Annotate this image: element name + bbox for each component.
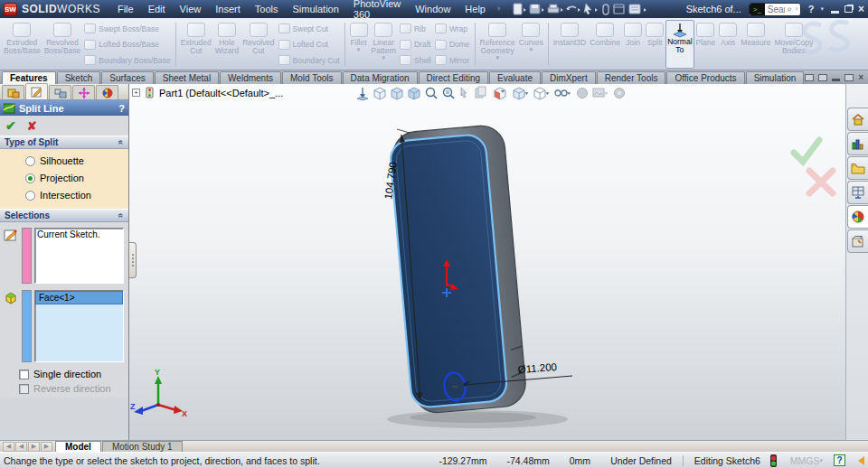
- menu-item-view[interactable]: View: [174, 2, 208, 16]
- face-selection-listbox[interactable]: Face<1>: [34, 290, 124, 362]
- doc-minimize-button[interactable]: [832, 79, 840, 81]
- propertymanager-tab[interactable]: [25, 83, 48, 99]
- hole-wizard-button[interactable]: HoleWizard: [213, 20, 241, 69]
- pane-split2-icon[interactable]: [818, 74, 827, 81]
- last-study-button[interactable]: ▶: [41, 442, 52, 452]
- collapse-chevron-icon[interactable]: «: [117, 140, 127, 145]
- reference-geometry-dropdown-icon[interactable]: ▾: [495, 55, 499, 61]
- view-cube3-icon[interactable]: [409, 88, 420, 99]
- design-library-tab[interactable]: [847, 132, 868, 155]
- tab-features[interactable]: Features: [2, 71, 56, 84]
- tab-direct-editing[interactable]: Direct Editing: [419, 71, 488, 84]
- rib-button[interactable]: Rib: [400, 23, 431, 34]
- tab-data-migration[interactable]: Data Migration: [343, 71, 418, 84]
- tab-sheet-metal[interactable]: Sheet Metal: [155, 71, 219, 84]
- menu-item-help[interactable]: Help: [458, 2, 492, 16]
- selections-group-header[interactable]: Selections «: [0, 209, 128, 222]
- search-dropdown-icon[interactable]: ▾: [795, 5, 798, 13]
- collapse-chevron-icon[interactable]: «: [117, 213, 127, 219]
- shell-button[interactable]: Shell: [400, 54, 431, 66]
- tab-evaluate[interactable]: Evaluate: [489, 71, 541, 84]
- tab-surfaces[interactable]: Surfaces: [101, 71, 153, 84]
- fillet-button[interactable]: Fillet▾: [348, 20, 370, 69]
- radio-projection[interactable]: Projection: [25, 173, 128, 183]
- pm-help-icon[interactable]: ?: [118, 103, 125, 114]
- traffic-light-icon[interactable]: [769, 454, 778, 467]
- plane-button[interactable]: Plane: [694, 20, 718, 69]
- dome-button[interactable]: Dome: [435, 39, 470, 51]
- pin-menu-icon[interactable]: [497, 4, 501, 14]
- radio-icon[interactable]: [25, 191, 35, 201]
- view-cube-icon[interactable]: [374, 88, 385, 99]
- single-direction-checkbox[interactable]: [19, 370, 29, 379]
- draft-button[interactable]: Draft: [400, 39, 431, 51]
- zoom-fit-icon[interactable]: [427, 89, 438, 99]
- close-button[interactable]: ×: [858, 3, 864, 15]
- curves-dropdown-icon[interactable]: ▾: [530, 47, 533, 52]
- unit-system-label[interactable]: MMGS: [790, 455, 820, 466]
- boundary-cut-button[interactable]: Boundary Cut: [278, 54, 340, 66]
- prev-study-button[interactable]: ◀: [15, 442, 27, 452]
- radio-selected-icon[interactable]: [25, 173, 35, 183]
- tab-sketch[interactable]: Sketch: [57, 71, 101, 84]
- collapse-taskpane-arrow-icon[interactable]: [858, 456, 864, 465]
- face-selection-value[interactable]: Face<1>: [35, 291, 123, 304]
- measure-button[interactable]: Measure: [739, 20, 772, 69]
- displaymanager-tab[interactable]: [96, 85, 118, 99]
- options-list-icon[interactable]: [629, 5, 646, 14]
- menu-item-insert[interactable]: Insert: [209, 2, 247, 16]
- phone-model[interactable]: [389, 124, 528, 415]
- confirm-ok-icon[interactable]: [794, 140, 819, 162]
- view-orientation-icon[interactable]: [514, 88, 528, 99]
- fillet-dropdown-icon[interactable]: ▾: [357, 47, 361, 52]
- lofted-cut-button[interactable]: Lofted Cut: [278, 39, 340, 51]
- search-icon[interactable]: ⌕: [788, 4, 795, 14]
- linear-pattern-button[interactable]: LinearPattern▾: [370, 20, 398, 69]
- radio-icon[interactable]: [25, 156, 35, 166]
- unit-system-dropdown-icon[interactable]: ▾: [819, 457, 823, 464]
- select-cursor-icon[interactable]: [584, 4, 598, 14]
- new-document-icon[interactable]: [514, 4, 526, 14]
- swept-cut-button[interactable]: Swept Cut: [278, 23, 340, 34]
- cancel-button[interactable]: ✘: [27, 119, 37, 133]
- revolved-cut-button[interactable]: RevolvedCut: [241, 20, 276, 69]
- confirm-cancel-icon[interactable]: [809, 171, 833, 193]
- menu-item-file[interactable]: File: [111, 2, 140, 16]
- next-study-button[interactable]: ▶: [28, 442, 40, 452]
- doc-close-button[interactable]: ×: [858, 72, 863, 82]
- search-input[interactable]: [765, 5, 788, 14]
- revolved-boss-base-button[interactable]: RevolvedBoss/Base: [42, 20, 83, 69]
- display-style-icon[interactable]: [534, 88, 549, 99]
- combine-button[interactable]: Combine: [588, 20, 622, 69]
- tree-expander-icon[interactable]: +: [132, 89, 140, 97]
- view-cube2-icon[interactable]: [392, 88, 402, 99]
- tab-weldments[interactable]: Weldments: [220, 71, 281, 84]
- tab-simulation[interactable]: Simulation: [746, 71, 805, 84]
- type-of-split-group-header[interactable]: Type of Split «: [0, 136, 128, 149]
- lofted-boss-base-button[interactable]: Lofted Boss/Base: [84, 39, 170, 51]
- radio-silhouette[interactable]: Silhouette: [25, 155, 128, 166]
- minimize-button[interactable]: [831, 11, 839, 14]
- feature-tree-flyout[interactable]: + Part1 (Default<<Default>_...: [132, 87, 283, 98]
- panel-collapse-handle[interactable]: [129, 242, 137, 278]
- sketch-selection-listbox[interactable]: Current Sketch.: [34, 228, 124, 284]
- menu-item-edit[interactable]: Edit: [142, 2, 172, 16]
- menu-item-simulation[interactable]: Simulation: [286, 2, 344, 16]
- clip-icon[interactable]: [603, 5, 609, 14]
- tab-mold-tools[interactable]: Mold Tools: [282, 71, 342, 84]
- extruded-boss-base-button[interactable]: ExtrudedBoss/Base: [2, 20, 42, 69]
- help-button[interactable]: ?: [808, 4, 815, 14]
- save-icon[interactable]: [530, 5, 544, 14]
- tab-render-tools[interactable]: Render Tools: [597, 71, 666, 84]
- sketch-selection-value[interactable]: Current Sketch.: [37, 229, 99, 239]
- section-view-icon[interactable]: [495, 88, 505, 99]
- zoom-to-fit-arrow-icon[interactable]: [357, 88, 368, 100]
- restore-button[interactable]: [844, 5, 853, 13]
- move-copy-bodies-button[interactable]: Move/CopyBodies: [772, 20, 815, 69]
- filter-cursor-icon[interactable]: [461, 88, 467, 98]
- confirmation-corner[interactable]: [794, 140, 833, 193]
- custom-properties-tab[interactable]: [847, 229, 868, 253]
- radio-intersection[interactable]: Intersection: [25, 190, 128, 201]
- featuremanager-tree-tab[interactable]: [2, 85, 24, 99]
- model-scene[interactable]: Ø11.200 104.790: [129, 84, 844, 440]
